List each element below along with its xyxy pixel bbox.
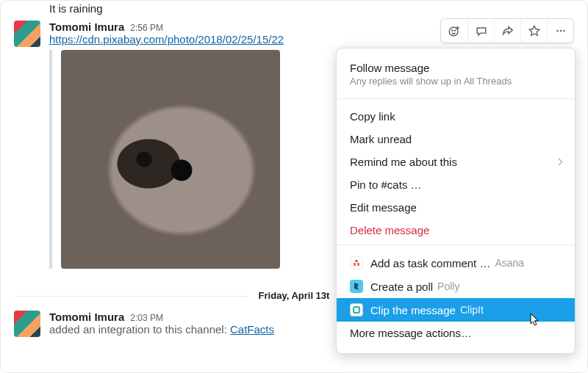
more-actions-button[interactable]	[547, 19, 573, 43]
menu-item-app-asana[interactable]: Add as task comment … Asana	[337, 251, 575, 275]
message-author[interactable]: Tomomi Imura	[49, 21, 124, 33]
start-thread-button[interactable]	[467, 19, 494, 43]
menu-item-mark-unread[interactable]: Mark unread	[337, 128, 575, 151]
share-button[interactable]	[494, 19, 520, 43]
thread-icon	[475, 24, 488, 37]
ellipsis-icon	[554, 24, 567, 37]
system-message-text: added an integration to this channel: Ca…	[49, 323, 274, 336]
message-author[interactable]: Tomomi Imura	[49, 311, 124, 323]
add-reaction-button[interactable]	[441, 19, 467, 43]
svg-point-3	[556, 30, 559, 32]
menu-item-pin[interactable]: Pin to #cats …	[337, 173, 575, 196]
asana-icon	[350, 256, 363, 269]
emoji-plus-icon	[448, 24, 461, 37]
image-attachment[interactable]	[49, 50, 284, 269]
svg-point-1	[452, 30, 453, 31]
menu-divider	[337, 98, 575, 99]
avatar[interactable]	[14, 311, 40, 337]
avatar[interactable]	[14, 21, 40, 47]
message-context-menu: Follow message Any replies will show up …	[336, 48, 576, 354]
date-divider-label: Friday, April 13t	[248, 290, 340, 301]
share-icon	[501, 24, 514, 37]
message-timestamp[interactable]: 2:56 PM	[130, 23, 163, 33]
menu-item-remind[interactable]: Remind me about this	[337, 151, 575, 173]
clipit-icon	[350, 303, 363, 316]
menu-follow-subtitle: Any replies will show up in All Threads	[350, 76, 562, 87]
menu-follow-title: Follow message	[350, 62, 562, 74]
message-action-bar	[440, 18, 574, 43]
menu-item-app-polly[interactable]: Create a poll Polly	[337, 275, 575, 298]
svg-point-2	[454, 30, 455, 31]
chevron-right-icon	[556, 159, 563, 166]
svg-point-0	[449, 27, 458, 36]
star-button[interactable]	[520, 19, 547, 43]
attached-image[interactable]	[61, 50, 280, 269]
svg-point-5	[563, 30, 565, 32]
menu-item-copy-link[interactable]: Copy link	[337, 105, 575, 128]
polly-icon	[350, 280, 363, 293]
message-link[interactable]: https://cdn.pixabay.com/photo/2018/02/25…	[49, 33, 284, 46]
menu-item-follow[interactable]: Follow message Any replies will show up …	[337, 57, 575, 95]
prev-message-text: It is raining	[1, 2, 587, 15]
star-icon	[528, 24, 541, 37]
menu-divider	[337, 245, 575, 245]
menu-item-edit[interactable]: Edit message	[337, 196, 575, 219]
menu-item-more-actions[interactable]: More message actions…	[337, 322, 575, 344]
menu-item-delete[interactable]: Delete message	[337, 219, 575, 242]
menu-item-app-clipit[interactable]: Clip the message ClipIt	[337, 298, 575, 322]
svg-point-4	[559, 30, 562, 32]
message-timestamp[interactable]: 2:03 PM	[130, 313, 163, 323]
integration-link[interactable]: CatFacts	[230, 323, 274, 336]
